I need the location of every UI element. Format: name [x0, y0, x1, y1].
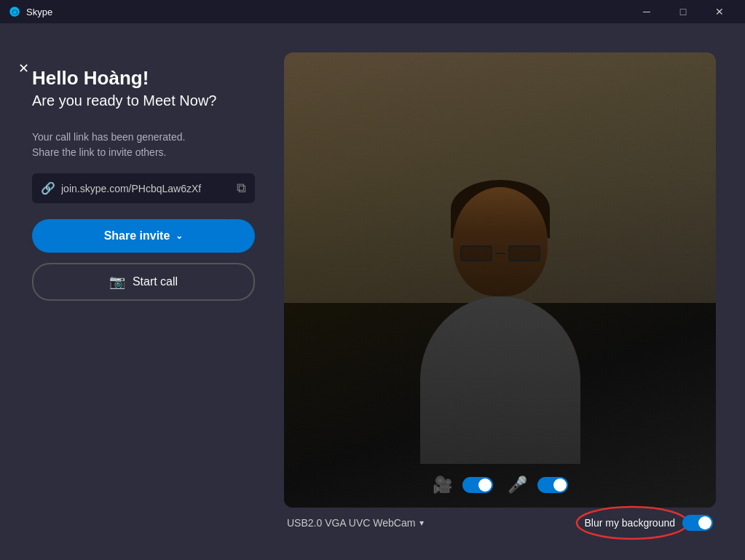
share-invite-label: Share invite: [104, 229, 170, 242]
camera-icon: 🎥: [433, 476, 452, 494]
mic-toggle[interactable]: [537, 477, 568, 493]
titlebar-controls: ─ □ ✕: [630, 0, 736, 23]
subtitle-text: Are you ready to Meet Now?: [32, 92, 255, 109]
chevron-down-icon: ⌄: [176, 231, 183, 241]
blur-label: Blur my background: [584, 517, 675, 529]
camera-toggle-knob: [478, 478, 492, 492]
titlebar-left: Skype: [9, 6, 52, 17]
start-call-camera-icon: 📷: [109, 274, 125, 290]
start-call-button[interactable]: 📷 Start call: [32, 263, 255, 301]
share-invite-button[interactable]: Share invite ⌄: [32, 219, 255, 253]
blur-toggle-knob: [698, 516, 712, 529]
right-panel: 🎥 🎤 USB2.0 VGA UVC WebCam ▾: [284, 52, 716, 531]
microphone-icon: 🎤: [508, 476, 527, 494]
start-call-label: Start call: [133, 275, 178, 288]
person-silhouette: [398, 187, 602, 464]
blur-toggle[interactable]: [682, 515, 713, 531]
glasses-right: [508, 245, 540, 261]
blur-background-control: Blur my background: [584, 515, 713, 531]
camera-toggle[interactable]: [462, 477, 493, 493]
left-panel: Hello Hoàng! Are you ready to Meet Now? …: [29, 52, 255, 531]
link-icon: 🔗: [41, 181, 55, 195]
copy-link-button[interactable]: ⧉: [237, 181, 246, 196]
maximize-button[interactable]: □: [666, 0, 700, 23]
video-controls: 🎥 🎤: [433, 476, 568, 494]
titlebar-title: Skype: [26, 7, 52, 17]
greeting-text: Hello Hoàng!: [32, 67, 255, 90]
call-link-box: 🔗 join.skype.com/PHcbqLaw6zXf ⧉: [32, 173, 255, 203]
skype-logo-icon: [9, 6, 20, 17]
webcam-chevron-icon: ▾: [419, 518, 424, 528]
main-content: ✕ Hello Hoàng! Are you ready to Meet Now…: [0, 23, 745, 560]
webcam-selector-button[interactable]: USB2.0 VGA UVC WebCam ▾: [287, 517, 424, 529]
call-link-url: join.skype.com/PHcbqLaw6zXf: [61, 183, 231, 194]
close-dialog-button[interactable]: ✕: [13, 58, 33, 79]
window-close-button[interactable]: ✕: [703, 0, 736, 23]
minimize-button[interactable]: ─: [630, 0, 663, 23]
glasses-left: [460, 245, 492, 261]
link-info-text: Your call link has been generated.Share …: [32, 130, 255, 160]
titlebar: Skype ─ □ ✕: [0, 0, 745, 23]
person-head: [453, 187, 548, 296]
mic-toggle-knob: [553, 478, 567, 492]
person-glasses: [460, 245, 540, 263]
person-body: [420, 296, 580, 464]
glasses-bridge: [495, 253, 505, 254]
video-preview: 🎥 🎤: [284, 52, 716, 508]
webcam-name: USB2.0 VGA UVC WebCam: [287, 517, 415, 529]
video-bottom-bar: USB2.0 VGA UVC WebCam ▾ Blur my backgrou…: [284, 508, 716, 531]
